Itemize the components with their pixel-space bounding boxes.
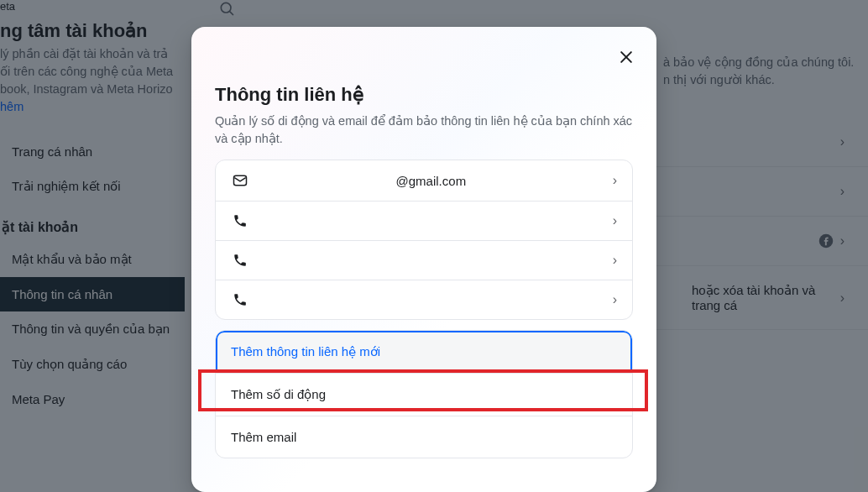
add-phone-button[interactable]: Thêm số di động [216, 373, 632, 416]
contact-list: @gmail.com › › › [215, 160, 633, 320]
contact-label: @gmail.com [249, 174, 613, 188]
contact-info-modal: Thông tin liên hệ Quản lý số di động và … [191, 27, 656, 492]
contact-row-email[interactable]: @gmail.com › [216, 160, 632, 201]
phone-icon [231, 253, 249, 268]
phone-icon [231, 292, 249, 307]
chevron-right-icon: › [613, 213, 617, 228]
mail-icon [231, 172, 249, 189]
contact-row-phone[interactable]: › [216, 240, 632, 280]
chevron-right-icon: › [613, 253, 617, 268]
contact-row-phone[interactable]: › [216, 280, 632, 319]
close-icon [618, 49, 635, 65]
add-new-contact-button[interactable]: Thêm thông tin liên hệ mới [216, 331, 632, 373]
add-contact-actions: Thêm thông tin liên hệ mới Thêm số di độ… [215, 330, 633, 458]
modal-subtitle: Quản lý số di động và email để đảm bảo t… [215, 106, 633, 148]
contact-row-phone[interactable]: › [216, 201, 632, 240]
modal-title: Thông tin liên hệ [215, 47, 633, 106]
phone-icon [231, 213, 249, 228]
chevron-right-icon: › [613, 292, 617, 307]
close-button[interactable] [614, 45, 638, 69]
chevron-right-icon: › [613, 173, 617, 188]
add-email-button[interactable]: Thêm email [216, 416, 632, 458]
